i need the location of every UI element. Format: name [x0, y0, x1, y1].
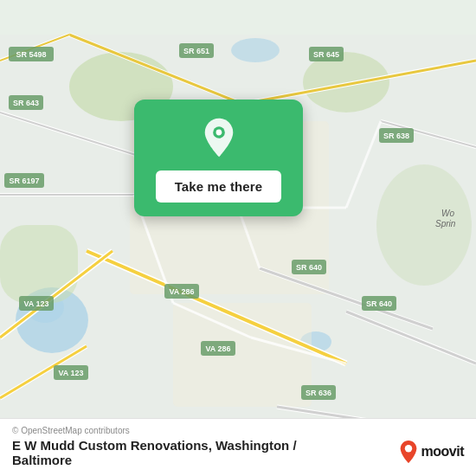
svg-text:SR 645: SR 645	[313, 50, 339, 59]
svg-text:VA 123: VA 123	[23, 299, 48, 308]
location-card: Take me there	[134, 100, 303, 216]
moovit-pin-icon	[399, 440, 418, 464]
take-me-there-button[interactable]: Take me there	[156, 170, 282, 203]
svg-text:SR 640: SR 640	[296, 263, 322, 272]
map-container: SR 5498 SR 651 SR 645 SR 643 SR 638 SR 6…	[0, 0, 476, 476]
svg-text:Wo: Wo	[441, 209, 454, 218]
svg-text:VA 286: VA 286	[205, 344, 230, 353]
copyright-text: © OpenStreetMap contributors	[12, 426, 464, 435]
svg-text:SR 5498: SR 5498	[16, 50, 46, 59]
svg-point-4	[231, 38, 280, 62]
svg-point-8	[376, 164, 472, 286]
svg-text:SR 640: SR 640	[366, 299, 392, 308]
svg-text:VA 123: VA 123	[58, 369, 83, 377]
svg-text:SR 6197: SR 6197	[9, 177, 39, 185]
svg-text:SR 636: SR 636	[306, 389, 331, 397]
moovit-label: moovit	[421, 444, 464, 460]
svg-point-73	[404, 445, 411, 452]
svg-text:SR 651: SR 651	[183, 47, 209, 55]
svg-rect-7	[0, 225, 78, 303]
svg-text:Sprin: Sprin	[435, 219, 456, 228]
moovit-logo: moovit	[399, 440, 464, 464]
location-title: E W Mudd Custom Renovations, Washington …	[12, 438, 464, 467]
svg-text:VA 286: VA 286	[169, 287, 194, 296]
svg-text:SR 643: SR 643	[13, 99, 39, 107]
svg-point-72	[215, 130, 222, 136]
location-pin-icon	[198, 117, 240, 158]
svg-text:SR 638: SR 638	[383, 132, 409, 140]
map-svg: SR 5498 SR 651 SR 645 SR 643 SR 638 SR 6…	[0, 0, 476, 476]
